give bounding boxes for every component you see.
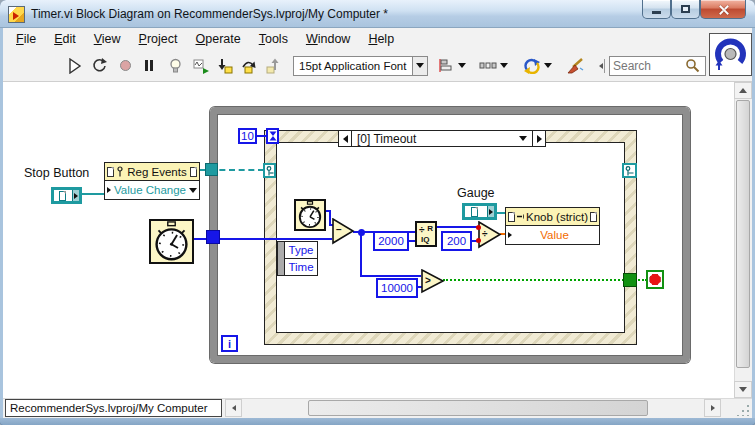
step-into-button[interactable]: [213, 53, 237, 78]
loop-condition-terminal[interactable]: [646, 270, 664, 289]
menu-item-project[interactable]: Project: [130, 29, 187, 49]
event-selector-label: [0] Timeout: [338, 130, 546, 147]
constant-10000[interactable]: 10000: [376, 278, 418, 298]
step-over-button[interactable]: [237, 53, 261, 78]
pause-icon: [145, 60, 153, 71]
refnum-page-icon: [59, 191, 66, 201]
register-for-events-node[interactable]: Reg Events Value Change: [104, 162, 200, 200]
coercion-dot: [476, 225, 481, 230]
reg-events-header[interactable]: Reg Events: [104, 162, 200, 181]
pause-button[interactable]: [137, 53, 161, 78]
menu-item-operate[interactable]: Operate: [187, 29, 250, 49]
step-out-icon: [265, 58, 281, 74]
window-title: Timer.vi Block Diagram on RecommenderSys…: [31, 7, 388, 21]
close-button[interactable]: [700, 0, 746, 19]
retain-wire-values-button[interactable]: [189, 53, 213, 78]
scroll-up-button[interactable]: [734, 82, 752, 99]
property-value-row[interactable]: Value: [505, 226, 600, 245]
run-continuous-button[interactable]: [87, 53, 111, 78]
tick-count-node-outer[interactable]: [149, 219, 194, 264]
gauge-ref-terminal[interactable]: [462, 203, 497, 220]
reorder-objects-button[interactable]: [520, 54, 555, 77]
run-button[interactable]: [63, 53, 87, 78]
stop-button-label[interactable]: Stop Button: [24, 166, 89, 180]
scroll-right-button[interactable]: [704, 399, 721, 417]
iteration-terminal[interactable]: i: [221, 335, 238, 352]
search-bar-expander[interactable]: [599, 59, 605, 73]
menu-item-tools[interactable]: Tools: [250, 29, 297, 49]
maximize-icon: [681, 5, 690, 13]
event-data-field-time[interactable]: Time: [284, 258, 318, 276]
property-node-header[interactable]: Knob (strict): [505, 207, 600, 226]
abort-button[interactable]: [113, 53, 137, 78]
dynamic-event-terminal-right[interactable]: [622, 163, 637, 178]
coercion-dot: [476, 238, 481, 243]
vertical-scroll-thumb[interactable]: [736, 100, 750, 368]
page-icon: [590, 212, 597, 222]
menu-item-help[interactable]: Help: [359, 29, 403, 49]
page-icon: [508, 212, 515, 222]
wire-stopbutton-to-regevents[interactable]: [82, 193, 104, 195]
loop-tunnel-events[interactable]: [205, 163, 218, 176]
quotient-remainder-node[interactable]: ÷ R IQ: [415, 221, 437, 247]
maximize-button[interactable]: [671, 0, 700, 19]
divide-glyph: ÷: [482, 228, 488, 239]
reg-events-event-row[interactable]: Value Change: [104, 181, 200, 200]
search-input[interactable]: [613, 59, 685, 73]
previous-case-arrow[interactable]: [338, 130, 352, 147]
wire-remainder-to-divide[interactable]: [437, 226, 478, 228]
horizontal-scroll-thumb[interactable]: [308, 400, 648, 416]
titlebar[interactable]: Timer.vi Block Diagram on RecommenderSys…: [0, 0, 755, 28]
case-dropdown-icon[interactable]: [519, 136, 527, 141]
next-case-arrow[interactable]: [532, 130, 546, 147]
arrow-right-icon: [711, 405, 715, 411]
chevron-down-icon: [500, 63, 508, 68]
wire-timeout[interactable]: [257, 135, 266, 137]
event-dropdown-icon[interactable]: [189, 188, 197, 193]
step-out-button[interactable]: [261, 53, 285, 78]
align-objects-button[interactable]: [435, 54, 469, 77]
cleanup-diagram-button[interactable]: [563, 53, 587, 78]
dynamic-event-terminal-left[interactable]: [263, 163, 276, 178]
cleanup-diagram-icon: [566, 58, 584, 74]
stop-button-ref-terminal[interactable]: [51, 187, 82, 204]
constant-200[interactable]: 200: [441, 231, 472, 251]
font-selector[interactable]: 15pt Application Font: [293, 56, 413, 76]
loop-tunnel-tickcount[interactable]: [206, 230, 220, 244]
execution-target-display[interactable]: RecommenderSys.lvproj/My Computer: [5, 399, 222, 417]
knob-property-node[interactable]: Knob (strict) Value: [505, 207, 600, 245]
link-icon: [517, 212, 524, 221]
wire-elapsed-to-compare[interactable]: [360, 275, 421, 277]
vi-icon-pane[interactable]: [709, 33, 752, 76]
menu-item-view[interactable]: View: [85, 29, 130, 49]
event-tunnel-boolean[interactable]: [623, 273, 637, 287]
event-case-name[interactable]: [0] Timeout: [352, 130, 532, 147]
event-data-field-type[interactable]: Type: [284, 241, 318, 259]
wire-boolean-stop[interactable]: [443, 279, 647, 281]
menu-item-file[interactable]: File: [7, 29, 45, 49]
chevron-down-icon: [458, 63, 466, 68]
highlight-execution-button[interactable]: [163, 53, 187, 78]
window-resize-grip[interactable]: [737, 403, 750, 416]
menu-item-edit[interactable]: Edit: [45, 29, 85, 49]
menubar: FileEditViewProjectOperateToolsWindowHel…: [3, 28, 752, 50]
output-arrow-icon: [74, 193, 78, 199]
lightbulb-icon: [168, 58, 183, 74]
event-timeout-terminal[interactable]: [266, 128, 279, 144]
wire-elapsed-branch[interactable]: [360, 233, 362, 277]
search-box[interactable]: [609, 56, 706, 76]
qr-quotient-glyph: IQ: [421, 235, 429, 244]
scroll-left-button[interactable]: [225, 399, 242, 417]
constant-2000[interactable]: 2000: [373, 231, 409, 251]
greater-than-glyph: >: [425, 275, 431, 286]
minimize-button[interactable]: [642, 0, 671, 19]
timeout-constant[interactable]: 10: [238, 128, 257, 144]
retain-wire-values-icon: [193, 58, 210, 74]
tick-count-node-inner[interactable]: [294, 199, 326, 231]
scroll-down-button[interactable]: [734, 381, 752, 398]
gauge-label[interactable]: Gauge: [457, 186, 495, 200]
abort-icon: [120, 60, 131, 71]
menu-item-window[interactable]: Window: [297, 29, 359, 49]
font-selector-dropdown[interactable]: [413, 56, 428, 76]
distribute-objects-button[interactable]: [476, 54, 511, 77]
